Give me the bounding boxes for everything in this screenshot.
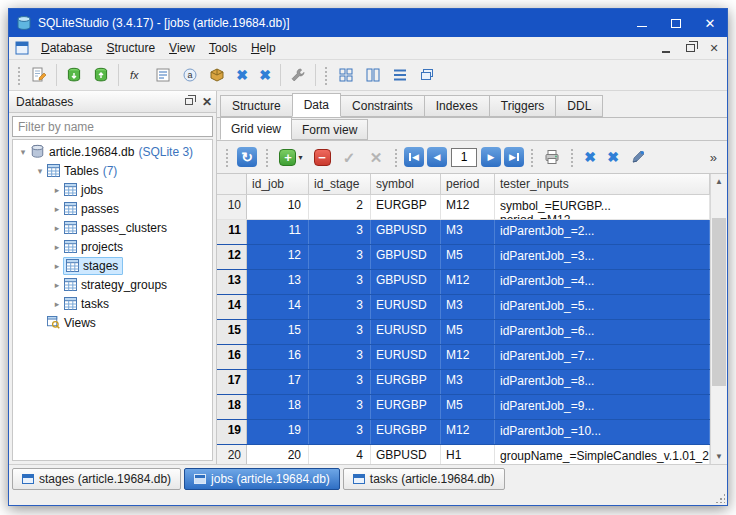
cell-id_stage[interactable]: 3 [309, 420, 371, 444]
tab-data[interactable]: Data [292, 93, 341, 117]
cell-symbol[interactable]: EURGBP [371, 370, 441, 394]
chevron-right-icon[interactable]: ▸ [51, 261, 63, 271]
cell-tester_inputs[interactable]: idParentJob_=9... [495, 395, 710, 419]
tab-triggers[interactable]: Triggers [489, 95, 557, 117]
tab-constraints[interactable]: Constraints [340, 95, 425, 117]
tree-item-table-passes_clusters[interactable]: ▸ passes_clusters [13, 218, 212, 237]
cell-tester_inputs[interactable]: idParentJob_=8... [495, 370, 710, 394]
toolbar-grip[interactable] [16, 65, 22, 85]
cell-id_job[interactable]: 12 [247, 245, 309, 269]
cell-id_stage[interactable]: 3 [309, 320, 371, 344]
page-number-input[interactable] [451, 148, 477, 167]
refresh-button[interactable]: ↻ [234, 144, 260, 170]
connect-database-button[interactable] [61, 62, 87, 88]
mdi-minimize-button[interactable] [655, 39, 677, 57]
menu-structure[interactable]: Structure [99, 38, 162, 58]
tree-item-table-stages[interactable]: ▸ stages [13, 256, 212, 275]
titlebar[interactable]: SQLiteStudio (3.4.17) - [jobs (article.1… [9, 9, 727, 37]
cell-symbol[interactable]: EURGBP [371, 420, 441, 444]
row-number[interactable]: 10 [217, 195, 247, 219]
cell-symbol[interactable]: GBPUSD [371, 445, 441, 464]
cell-period[interactable]: M5 [441, 395, 495, 419]
cell-period[interactable]: M12 [441, 420, 495, 444]
adjust-columns-button[interactable]: ✖ [579, 144, 601, 170]
row-number[interactable]: 11 [217, 220, 247, 244]
cell-period[interactable]: M12 [441, 345, 495, 369]
cell-tester_inputs[interactable]: groupName_=SimpleCandles_v.1.01_2025expF… [495, 445, 710, 464]
menu-view[interactable]: View [162, 38, 202, 58]
cell-period[interactable]: M3 [441, 370, 495, 394]
row-number[interactable]: 16 [217, 345, 247, 369]
table-row[interactable]: 20 20 4 GBPUSD H1 groupName_=SimpleCandl… [217, 445, 710, 464]
toolbar-overflow-button[interactable]: » [706, 150, 723, 165]
cell-id_stage[interactable]: 3 [309, 270, 371, 294]
chevron-right-icon[interactable]: ▸ [51, 242, 63, 252]
delete-row-button[interactable]: − [309, 144, 335, 170]
vertical-scrollbar[interactable]: ▲ ▼ [710, 174, 727, 464]
cell-id_job[interactable]: 14 [247, 295, 309, 319]
row-number[interactable]: 12 [217, 245, 247, 269]
tab-structure[interactable]: Structure [220, 95, 293, 117]
cell-symbol[interactable]: EURGBP [371, 195, 441, 219]
task-tab-jobs[interactable]: jobs (article.19684.db) [184, 468, 340, 490]
chevron-right-icon[interactable]: ▸ [51, 280, 63, 290]
cell-id_stage[interactable]: 3 [309, 220, 371, 244]
cell-symbol[interactable]: EURGBP [371, 395, 441, 419]
tree-item-views[interactable]: Views [13, 313, 212, 332]
mdi-tile-button[interactable] [333, 62, 359, 88]
minimize-button[interactable] [625, 9, 659, 37]
cell-period[interactable]: H1 [441, 445, 495, 464]
cell-id_job[interactable]: 10 [247, 195, 309, 219]
export-button[interactable]: ✖ [254, 62, 276, 88]
cell-tester_inputs[interactable]: idParentJob_=7... [495, 345, 710, 369]
mdi-restore-button[interactable] [679, 39, 701, 57]
tree-item-database[interactable]: ▾ article.19684.db (SQLite 3) [13, 142, 212, 161]
toolbar-grip[interactable] [323, 65, 329, 85]
table-row-selected[interactable]: 16 16 3 EURUSD M12 idParentJob_=7... [217, 345, 710, 370]
cell-tester_inputs[interactable]: idParentJob_=10... [495, 420, 710, 444]
cell-tester_inputs[interactable]: idParentJob_=4... [495, 270, 710, 294]
cell-id_stage[interactable]: 3 [309, 370, 371, 394]
column-header-period[interactable]: period [441, 174, 495, 194]
cell-symbol[interactable]: GBPUSD [371, 270, 441, 294]
cell-id_stage[interactable]: 3 [309, 295, 371, 319]
tab-form-view[interactable]: Form view [291, 119, 368, 140]
scroll-down-icon[interactable]: ▼ [711, 449, 727, 464]
cell-period[interactable]: M5 [441, 320, 495, 344]
chevron-right-icon[interactable]: ▸ [51, 223, 63, 233]
cell-id_job[interactable]: 17 [247, 370, 309, 394]
panel-float-button[interactable] [180, 93, 198, 111]
cell-id_job[interactable]: 13 [247, 270, 309, 294]
chevron-down-icon[interactable]: ▾ [34, 166, 46, 176]
last-page-button[interactable]: ▶ [503, 144, 525, 170]
cell-id_stage[interactable]: 3 [309, 395, 371, 419]
row-number[interactable]: 19 [217, 420, 247, 444]
prev-page-button[interactable]: ◀ [426, 144, 448, 170]
row-number[interactable]: 18 [217, 395, 247, 419]
cell-period[interactable]: M12 [441, 270, 495, 294]
extension-manager-button[interactable] [204, 62, 230, 88]
toolbar-grip[interactable] [529, 147, 535, 167]
menu-database[interactable]: Database [34, 38, 99, 58]
close-button[interactable]: ✕ [693, 9, 727, 37]
column-header-symbol[interactable]: symbol [371, 174, 441, 194]
chevron-right-icon[interactable]: ▸ [51, 299, 63, 309]
cell-id_stage[interactable]: 2 [309, 195, 371, 219]
row-number[interactable]: 15 [217, 320, 247, 344]
scroll-up-icon[interactable]: ▲ [711, 174, 727, 189]
table-row-selected[interactable]: 15 15 3 EURUSD M5 idParentJob_=6... [217, 320, 710, 345]
column-header-id_stage[interactable]: id_stage [309, 174, 371, 194]
toolbar-grip[interactable] [264, 147, 270, 167]
mdi-close-button[interactable]: ✕ [703, 39, 725, 57]
pen-button[interactable] [625, 144, 651, 170]
cell-id_job[interactable]: 19 [247, 420, 309, 444]
selected-tree-item[interactable]: stages [63, 257, 123, 275]
cell-id_job[interactable]: 16 [247, 345, 309, 369]
cell-symbol[interactable]: GBPUSD [371, 245, 441, 269]
task-tab-tasks[interactable]: tasks (article.19684.db) [343, 468, 505, 490]
cell-id_job[interactable]: 11 [247, 220, 309, 244]
menu-help[interactable]: Help [244, 38, 283, 58]
tree-item-tables[interactable]: ▾ Tables (7) [13, 161, 212, 180]
filter-input[interactable] [12, 116, 213, 137]
commit-button[interactable]: ✓ [336, 144, 362, 170]
